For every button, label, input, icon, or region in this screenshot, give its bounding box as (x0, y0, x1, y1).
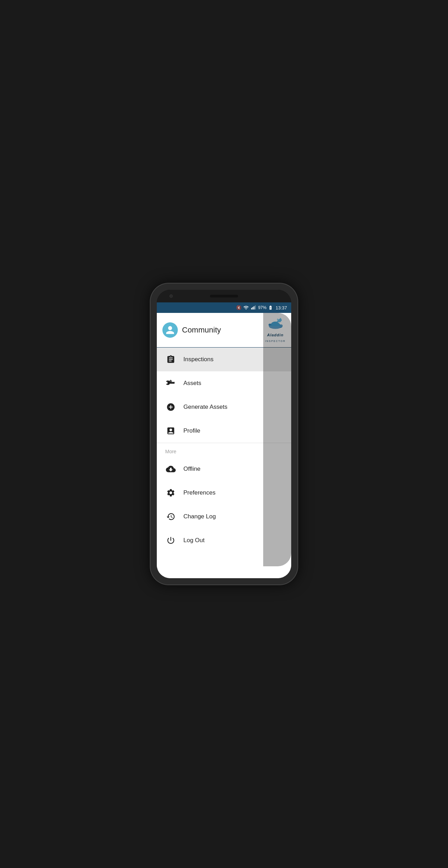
change-log-label: Change Log (183, 513, 216, 520)
profile-label: Profile (183, 427, 200, 434)
svg-rect-2 (254, 306, 254, 309)
phone-top-bar (157, 290, 291, 302)
generate-assets-label: Generate Assets (183, 404, 227, 411)
change-log-icon (165, 511, 176, 522)
user-icon (165, 325, 175, 335)
assets-icon (165, 378, 176, 389)
signal-icon (251, 305, 256, 310)
offline-icon (165, 463, 176, 475)
preferences-label: Preferences (183, 489, 216, 496)
wifi-icon (243, 305, 249, 310)
battery-level: 97% (258, 305, 266, 310)
preferences-icon (165, 487, 176, 498)
log-out-label: Log Out (183, 537, 205, 544)
svg-rect-1 (253, 307, 253, 309)
camera (169, 294, 173, 298)
offline-label: Offline (183, 465, 201, 472)
log-out-icon (165, 535, 176, 546)
battery-charging-icon (268, 305, 273, 310)
background-overlay (263, 313, 291, 566)
inspections-icon (165, 354, 176, 365)
inspections-label: Inspections (183, 356, 214, 363)
svg-rect-0 (251, 308, 252, 310)
mute-icon: 🔇 (236, 305, 241, 310)
speaker (210, 295, 238, 298)
user-avatar[interactable] (162, 322, 178, 338)
generate-assets-icon (165, 401, 176, 413)
time-display: 13:37 (275, 305, 287, 310)
assets-label: Assets (183, 380, 201, 387)
svg-rect-3 (255, 306, 256, 310)
profile-icon (165, 425, 176, 436)
app-title: Community (182, 326, 221, 335)
status-bar: 🔇 97% (157, 302, 291, 313)
